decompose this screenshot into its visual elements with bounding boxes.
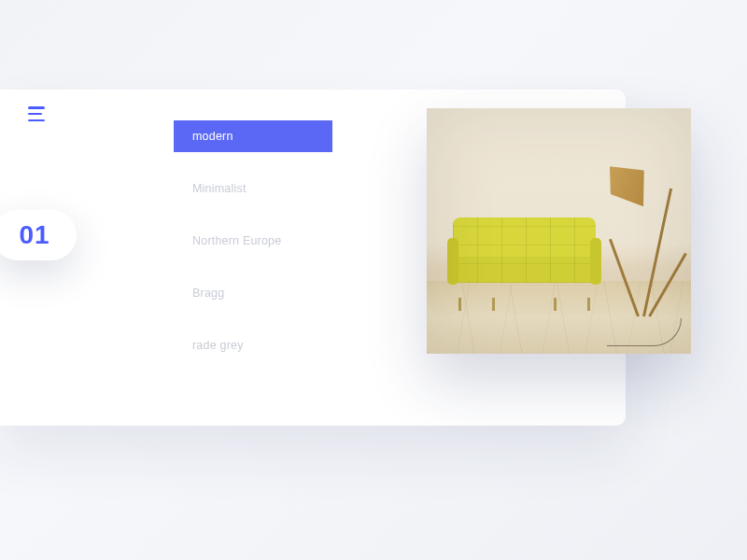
style-item-northern-europe[interactable]: Northern Europe bbox=[174, 225, 332, 257]
lamp-illustration bbox=[605, 167, 670, 316]
style-item-rade-grey[interactable]: rade grey bbox=[174, 329, 332, 361]
menu-icon[interactable] bbox=[28, 106, 47, 121]
product-image[interactable] bbox=[427, 108, 691, 354]
sofa-illustration bbox=[447, 217, 601, 300]
style-item-modern[interactable]: modern bbox=[174, 120, 332, 152]
page-indicator: 01 bbox=[0, 210, 77, 260]
style-item-bragg[interactable]: Bragg bbox=[174, 277, 332, 309]
style-list: modern Minimalist Northern Europe Bragg … bbox=[174, 120, 332, 382]
page-number: 01 bbox=[19, 220, 49, 250]
style-item-minimalist[interactable]: Minimalist bbox=[174, 173, 332, 204]
